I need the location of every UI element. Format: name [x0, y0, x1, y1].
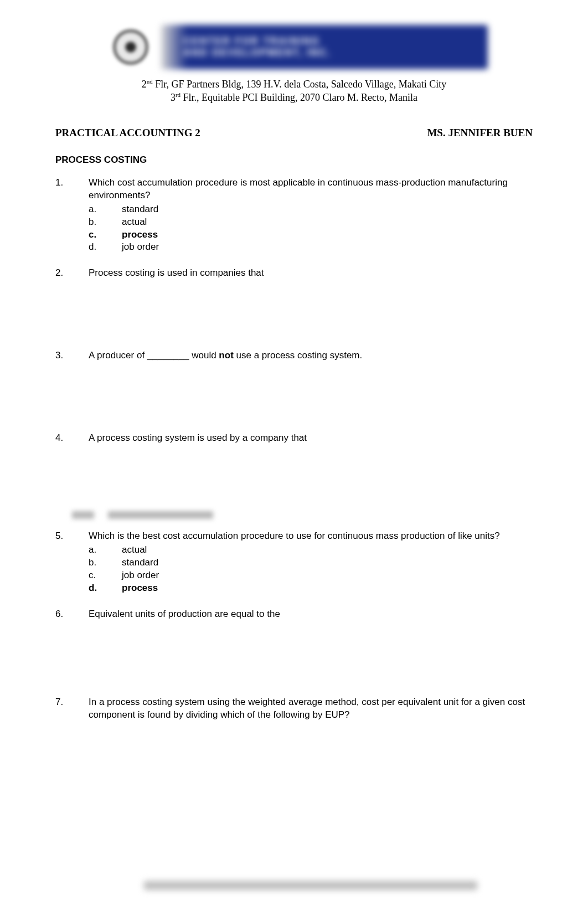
q1-body: Which cost accumulation procedure is mos…	[89, 177, 533, 254]
redacted-segment-2	[108, 511, 213, 519]
q5-number: 5.	[55, 530, 89, 595]
q7-body: In a process costing system using the we…	[89, 696, 533, 722]
q1-b-text: actual	[122, 216, 147, 229]
instructor-name: MS. JENNIFER BUEN	[427, 127, 533, 139]
q3-blank: ________	[147, 350, 189, 361]
q3-text-not: not	[219, 350, 233, 361]
q5-b-letter: b.	[89, 557, 122, 569]
q7-text: In a process costing system using the we…	[89, 696, 533, 722]
address1-rest: Flr, GF Partners Bldg, 139 H.V. dela Cos…	[153, 79, 447, 90]
q5-d-text: process	[122, 582, 158, 595]
q4-text: A process costing system is used by a co…	[89, 432, 533, 445]
question-3: 3. A producer of ________ would not use …	[55, 349, 533, 362]
address-line-2: 3rd Flr., Equitable PCI Building, 2070 C…	[55, 91, 533, 104]
q5-a-text: actual	[122, 544, 147, 557]
q5-c-text: job order	[122, 569, 159, 582]
address-line-1: 2nd Flr, GF Partners Bldg, 139 H.V. dela…	[55, 78, 533, 91]
q1-option-b: b. actual	[89, 216, 533, 229]
header-logo-area: CENTER FOR TRAINING AND DEVELOPMENT, INC…	[55, 22, 533, 72]
q3-text-after-post: use a process costing system.	[234, 350, 362, 361]
q3-text-after-pre: would	[189, 350, 219, 361]
q1-number: 1.	[55, 177, 89, 254]
q6-text: Equivalent units of production are equal…	[89, 608, 533, 621]
address1-num: 2	[142, 79, 147, 90]
question-1: 1. Which cost accumulation procedure is …	[55, 177, 533, 254]
q5-a-letter: a.	[89, 544, 122, 557]
q5-option-d: d. process	[89, 582, 533, 595]
svg-point-1	[125, 42, 136, 53]
q5-body: Which is the best cost accumulation proc…	[89, 530, 533, 595]
q1-option-d: d. job order	[89, 241, 533, 254]
q5-c-letter: c.	[89, 569, 122, 582]
q3-number: 3.	[55, 349, 89, 362]
q6-body: Equivalent units of production are equal…	[89, 608, 533, 621]
q5-options: a. actual b. standard c. job order d. pr…	[89, 544, 533, 595]
question-2: 2. Process costing is used in companies …	[55, 267, 533, 280]
q5-option-c: c. job order	[89, 569, 533, 582]
q1-option-c: c. process	[89, 229, 533, 241]
q6-number: 6.	[55, 608, 89, 621]
q1-d-letter: d.	[89, 241, 122, 254]
logo-icon	[100, 25, 161, 69]
address2-ord: rd	[176, 91, 180, 98]
q2-number: 2.	[55, 267, 89, 280]
section-title: PROCESS COSTING	[55, 155, 533, 166]
q7-number: 7.	[55, 696, 89, 722]
q1-a-text: standard	[122, 203, 158, 216]
q3-text-before: A producer of	[89, 350, 147, 361]
q1-option-a: a. standard	[89, 203, 533, 216]
banner-line-1: CENTER FOR TRAINING	[183, 35, 488, 47]
banner: CENTER FOR TRAINING AND DEVELOPMENT, INC…	[161, 25, 488, 69]
q3-body: A producer of ________ would not use a p…	[89, 349, 533, 362]
course-title: PRACTICAL ACCOUNTING 2	[55, 127, 200, 139]
q1-b-letter: b.	[89, 216, 122, 229]
q1-a-letter: a.	[89, 203, 122, 216]
q1-c-text: process	[122, 229, 158, 241]
question-7: 7. In a process costing system using the…	[55, 696, 533, 722]
q1-c-letter: c.	[89, 229, 122, 241]
q4-number: 4.	[55, 432, 89, 445]
banner-line-2: AND DEVELOPMENT, INC.	[183, 47, 488, 59]
address2-rest: Flr., Equitable PCI Building, 2070 Claro…	[180, 92, 417, 103]
q5-b-text: standard	[122, 557, 158, 569]
question-4: 4. A process costing system is used by a…	[55, 432, 533, 445]
q5-text: Which is the best cost accumulation proc…	[89, 530, 533, 543]
redacted-segment-1	[72, 511, 94, 519]
q1-d-text: job order	[122, 241, 159, 254]
q5-option-a: a. actual	[89, 544, 533, 557]
q1-text: Which cost accumulation procedure is mos…	[89, 177, 533, 202]
q5-option-b: b. standard	[89, 557, 533, 569]
address2-num: 3	[171, 92, 176, 103]
document-page: CENTER FOR TRAINING AND DEVELOPMENT, INC…	[0, 0, 588, 901]
redacted-line	[72, 511, 533, 519]
address1-ord: nd	[147, 78, 153, 85]
address-block: 2nd Flr, GF Partners Bldg, 139 H.V. dela…	[55, 78, 533, 105]
q1-options: a. standard b. actual c. process d. job …	[89, 203, 533, 254]
q5-d-letter: d.	[89, 582, 122, 595]
q4-body: A process costing system is used by a co…	[89, 432, 533, 445]
question-6: 6. Equivalent units of production are eq…	[55, 608, 533, 621]
q2-text: Process costing is used in companies tha…	[89, 267, 533, 280]
question-5: 5. Which is the best cost accumulation p…	[55, 530, 533, 595]
title-row: PRACTICAL ACCOUNTING 2 MS. JENNIFER BUEN	[55, 127, 533, 139]
logo-banner-container: CENTER FOR TRAINING AND DEVELOPMENT, INC…	[100, 22, 488, 72]
q2-body: Process costing is used in companies tha…	[89, 267, 533, 280]
redacted-footer	[144, 881, 477, 890]
